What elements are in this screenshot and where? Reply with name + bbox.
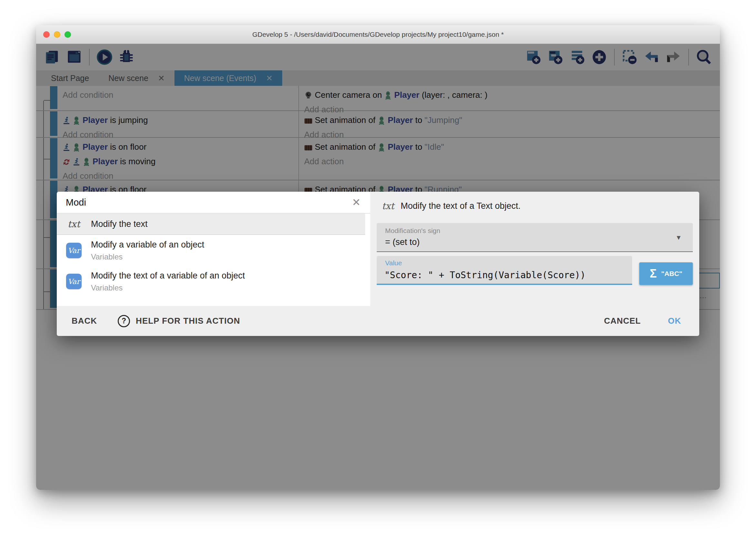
help-button[interactable]: ? HELP FOR THIS ACTION xyxy=(118,315,240,327)
instruction-search-panel: ✕ txt Modify the text Var Modify a varia… xyxy=(57,192,370,306)
variable-icon: Var xyxy=(66,243,82,258)
minimize-window-button[interactable] xyxy=(54,31,60,38)
traffic-lights xyxy=(43,31,71,38)
action-title: Modify the text of a Text object. xyxy=(400,201,520,211)
ok-button[interactable]: OK xyxy=(668,316,681,326)
back-button[interactable]: BACK xyxy=(72,316,97,326)
expression-input[interactable] xyxy=(384,269,624,281)
chevron-down-icon: ▼ xyxy=(675,234,682,241)
field-label: Modification's sign xyxy=(385,227,440,235)
text-object-icon: txt xyxy=(382,201,394,211)
action-config-panel: txt Modify the text of a Text object. Mo… xyxy=(370,192,699,306)
list-item-modify-text[interactable]: txt Modify the text xyxy=(57,214,365,235)
zoom-window-button[interactable] xyxy=(64,31,71,38)
cancel-button[interactable]: CANCEL xyxy=(604,316,641,326)
list-item-modify-variable[interactable]: Var Modify a variable of an object Varia… xyxy=(57,235,365,266)
open-expression-editor-button[interactable]: Σ "ABC" xyxy=(639,262,693,285)
modification-sign-select[interactable]: Modification's sign = (set to) ▼ xyxy=(377,223,693,252)
close-icon[interactable]: ✕ xyxy=(351,196,362,208)
window-title: GDevelop 5 - /Users/david/Documents/GDev… xyxy=(252,31,504,38)
app-window: GDevelop 5 - /Users/david/Documents/GDev… xyxy=(36,25,720,490)
value-expression-field[interactable]: Value xyxy=(377,256,632,285)
list-item-modify-variable-text[interactable]: Var Modify the text of a variable of an … xyxy=(57,266,365,297)
close-window-button[interactable] xyxy=(43,31,50,38)
help-icon: ? xyxy=(118,315,130,327)
dialog-footer: BACK ? HELP FOR THIS ACTION CANCEL OK xyxy=(57,306,699,336)
search-input[interactable] xyxy=(65,197,351,208)
sigma-icon: Σ xyxy=(650,267,657,280)
selected-value: = (set to) xyxy=(385,237,420,247)
field-label: Value xyxy=(385,259,402,267)
app-content: Start Page New scene ✕ New scene (Events… xyxy=(36,44,720,490)
variable-icon: Var xyxy=(66,274,82,289)
action-editor-dialog: ✕ txt Modify the text Var Modify a varia… xyxy=(57,192,699,336)
search-bar: ✕ xyxy=(57,192,370,214)
titlebar: GDevelop 5 - /Users/david/Documents/GDev… xyxy=(36,25,720,44)
text-object-icon: txt xyxy=(68,219,80,229)
